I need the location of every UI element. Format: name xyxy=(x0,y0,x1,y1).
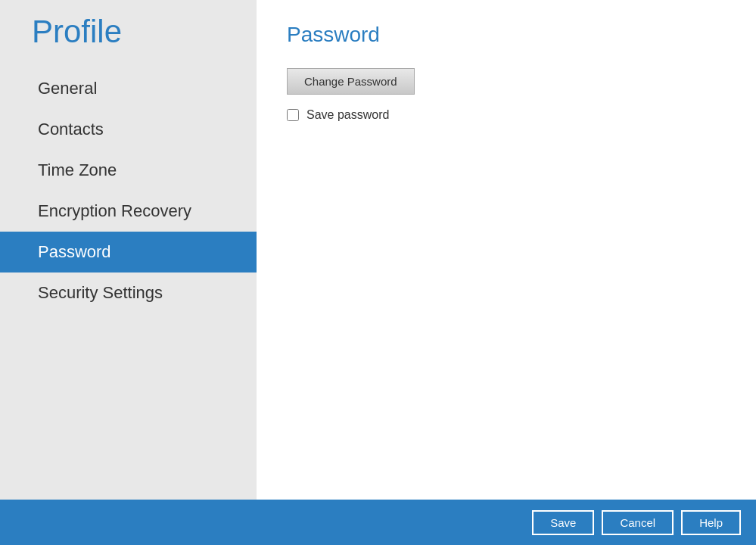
content-area: Password Change Password Save password xyxy=(257,0,756,500)
save-password-row: Save password xyxy=(287,108,726,122)
footer: Save Cancel Help xyxy=(0,500,756,545)
save-password-checkbox[interactable] xyxy=(287,109,299,121)
content-title: Password xyxy=(287,23,726,47)
main-layout: Profile General Contacts Time Zone Encry… xyxy=(0,0,756,500)
sidebar-item-contacts[interactable]: Contacts xyxy=(0,109,257,150)
cancel-button[interactable]: Cancel xyxy=(602,510,674,535)
sidebar-item-general[interactable]: General xyxy=(0,68,257,109)
sidebar-item-password[interactable]: Password xyxy=(0,232,257,272)
save-password-label: Save password xyxy=(306,108,389,122)
sidebar-item-security-settings[interactable]: Security Settings xyxy=(0,272,257,313)
sidebar: Profile General Contacts Time Zone Encry… xyxy=(0,0,257,500)
save-button[interactable]: Save xyxy=(532,510,594,535)
sidebar-item-encryption-recovery[interactable]: Encryption Recovery xyxy=(0,191,257,232)
sidebar-nav: General Contacts Time Zone Encryption Re… xyxy=(0,68,257,500)
change-password-button[interactable]: Change Password xyxy=(287,68,415,95)
sidebar-item-timezone[interactable]: Time Zone xyxy=(0,150,257,191)
help-button[interactable]: Help xyxy=(681,510,741,535)
sidebar-title: Profile xyxy=(0,0,257,68)
